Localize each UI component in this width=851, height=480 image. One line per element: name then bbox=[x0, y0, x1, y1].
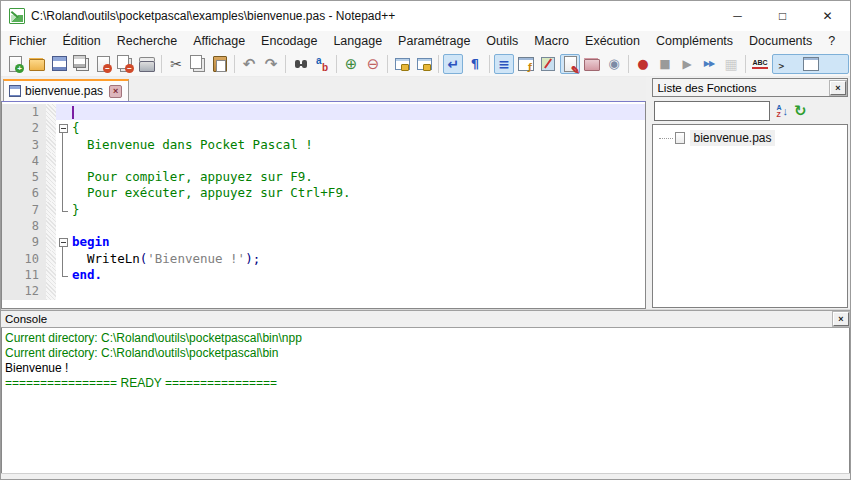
redo-icon[interactable]: ↷ bbox=[261, 54, 281, 74]
document-icon bbox=[675, 132, 685, 144]
menu-item-fichier[interactable]: Fichier bbox=[1, 32, 55, 50]
bookmark-margin[interactable] bbox=[46, 234, 56, 250]
line-number: 8 bbox=[2, 218, 46, 234]
menu-item-documents[interactable]: Documents bbox=[741, 32, 820, 50]
code-text bbox=[70, 283, 645, 299]
editor-line: 1 bbox=[2, 104, 645, 120]
code-text: end. bbox=[70, 267, 645, 283]
tree-branch bbox=[659, 138, 673, 139]
menu-item-encodage[interactable]: Encodage bbox=[253, 32, 325, 50]
refresh-icon[interactable]: ↻ bbox=[794, 102, 807, 120]
stop-macro-icon[interactable]: ■ bbox=[655, 54, 675, 74]
new-file-icon[interactable] bbox=[5, 54, 25, 74]
open-file-icon[interactable] bbox=[27, 54, 47, 74]
function-list-title: Liste des Fonctions bbox=[657, 82, 756, 94]
fold-margin[interactable] bbox=[56, 234, 70, 250]
menu-item-outils[interactable]: Outils bbox=[478, 32, 526, 50]
console-line: Bienvenue ! bbox=[5, 361, 849, 376]
fold-margin[interactable] bbox=[56, 120, 70, 136]
function-tree-item[interactable]: bienvenue.pas bbox=[655, 129, 845, 147]
bookmark-margin[interactable] bbox=[46, 120, 56, 136]
bookmark-margin[interactable] bbox=[46, 218, 56, 234]
monitoring-eye-icon[interactable]: ◉ bbox=[604, 54, 624, 74]
replace-icon[interactable] bbox=[312, 54, 332, 74]
editor-line: 4 bbox=[2, 153, 645, 169]
doc-list-icon[interactable] bbox=[560, 54, 580, 74]
fold-margin bbox=[56, 153, 70, 169]
editor-line: 7} bbox=[2, 202, 645, 218]
run-macro-multi-icon[interactable]: ▶▶ bbox=[699, 54, 719, 74]
fold-collapse-icon[interactable] bbox=[59, 238, 68, 247]
toolbar-separator bbox=[489, 55, 490, 73]
bookmark-margin[interactable] bbox=[46, 251, 56, 267]
menu-item-complements[interactable]: Compléments bbox=[648, 32, 741, 50]
line-number: 2 bbox=[2, 120, 46, 136]
spell-check-icon[interactable] bbox=[750, 54, 770, 74]
console-title: Console bbox=[5, 313, 47, 325]
tab-bienvenue[interactable]: bienvenue.pas × bbox=[3, 79, 129, 101]
copy-icon[interactable] bbox=[188, 54, 208, 74]
function-list-toolbar: A Z ↓ ↻ bbox=[652, 97, 848, 124]
code-text: { bbox=[70, 120, 645, 136]
bookmark-margin[interactable] bbox=[46, 169, 56, 185]
show-all-chars-icon[interactable]: ¶ bbox=[465, 54, 485, 74]
console-output[interactable]: Current directory: C:\Roland\outils\pock… bbox=[1, 328, 850, 473]
undo-icon[interactable]: ↶ bbox=[239, 54, 259, 74]
doc-map-icon[interactable] bbox=[538, 54, 558, 74]
function-search-input[interactable] bbox=[654, 101, 770, 121]
word-wrap-icon[interactable]: ↵ bbox=[443, 54, 463, 74]
editor-line: 11end. bbox=[2, 267, 645, 283]
toolbar-separator bbox=[336, 55, 337, 73]
save-icon[interactable] bbox=[49, 54, 69, 74]
bookmark-margin[interactable] bbox=[46, 283, 56, 299]
menu-item-recherche[interactable]: Recherche bbox=[109, 32, 185, 50]
console-toggle-icon[interactable] bbox=[772, 54, 849, 74]
play-macro-icon[interactable]: ▶ bbox=[677, 54, 697, 74]
tab-close-icon[interactable]: × bbox=[109, 85, 122, 98]
save-all-icon[interactable] bbox=[71, 54, 91, 74]
sync-horizontal-scroll-icon[interactable] bbox=[414, 54, 434, 74]
indent-guide-icon[interactable]: ≡ bbox=[494, 54, 514, 74]
record-macro-icon[interactable]: ● bbox=[633, 54, 653, 74]
fold-collapse-icon[interactable] bbox=[59, 124, 68, 133]
editor-line: 10 WriteLn('Bienvenue !'); bbox=[2, 251, 645, 267]
zoom-in-icon[interactable]: ⊕ bbox=[341, 54, 361, 74]
bookmark-margin[interactable] bbox=[46, 185, 56, 201]
toolbar-separator bbox=[387, 55, 388, 73]
paste-icon[interactable] bbox=[210, 54, 230, 74]
menu-item-affichage[interactable]: Affichage bbox=[185, 32, 253, 50]
close-doc-icon[interactable] bbox=[93, 54, 113, 74]
function-list-icon[interactable] bbox=[516, 54, 536, 74]
sort-az-icon[interactable]: A Z ↓ bbox=[776, 104, 788, 118]
print-icon[interactable] bbox=[137, 54, 157, 74]
cut-icon[interactable]: ✂ bbox=[166, 54, 186, 74]
menu-item-execution[interactable]: Exécution bbox=[577, 32, 648, 50]
toolbar-separator bbox=[285, 55, 286, 73]
menu-item-edition[interactable]: Édition bbox=[55, 32, 109, 50]
minimize-button[interactable]: ─ bbox=[715, 1, 760, 31]
console-close-icon[interactable]: × bbox=[833, 312, 849, 326]
zoom-out-icon[interactable]: ⊖ bbox=[363, 54, 383, 74]
menu-item-parametrage[interactable]: Paramétrage bbox=[390, 32, 478, 50]
folder-workspace-icon[interactable] bbox=[582, 54, 602, 74]
close-button[interactable]: ✕ bbox=[805, 1, 850, 31]
code-editor[interactable]: 12{3 Bienvenue dans Pocket Pascal !45 Po… bbox=[1, 101, 646, 309]
bookmark-margin[interactable] bbox=[46, 202, 56, 218]
line-number: 3 bbox=[2, 137, 46, 153]
maximize-button[interactable]: □ bbox=[760, 1, 805, 31]
menu-doc-close-icon[interactable]: X bbox=[843, 32, 851, 50]
menu-item-langage[interactable]: Langage bbox=[325, 32, 390, 50]
editor-line: 12 bbox=[2, 283, 645, 299]
find-icon[interactable] bbox=[290, 54, 310, 74]
menu-item-macro[interactable]: Macro bbox=[526, 32, 577, 50]
bookmark-margin[interactable] bbox=[46, 153, 56, 169]
bookmark-margin[interactable] bbox=[46, 137, 56, 153]
close-all-docs-icon[interactable] bbox=[115, 54, 135, 74]
code-text: } bbox=[70, 202, 645, 218]
function-list-close-icon[interactable]: × bbox=[830, 81, 846, 95]
bookmark-margin[interactable] bbox=[46, 104, 56, 120]
menu-item-help[interactable]: ? bbox=[820, 32, 843, 50]
bookmark-margin[interactable] bbox=[46, 267, 56, 283]
title-bar: C:\Roland\outils\pocketpascal\examples\b… bbox=[1, 1, 850, 31]
sync-vertical-scroll-icon[interactable] bbox=[392, 54, 412, 74]
